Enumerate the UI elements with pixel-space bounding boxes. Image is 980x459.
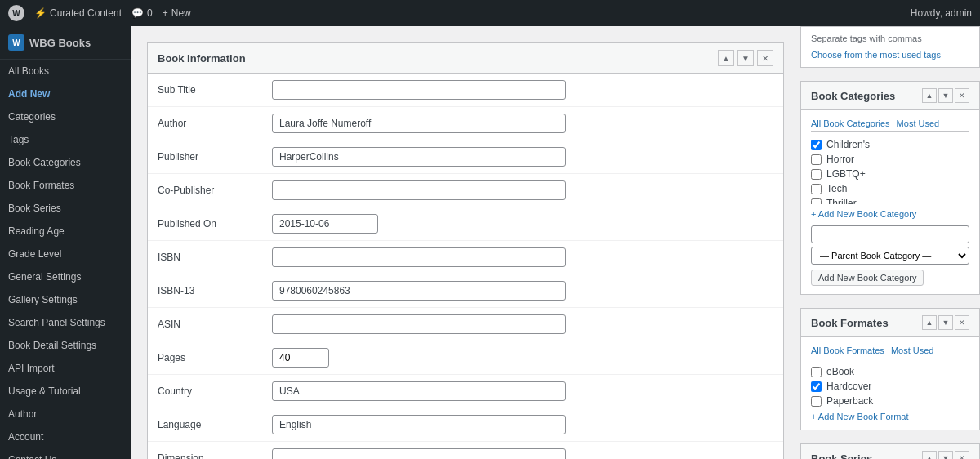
book-categories-close-btn[interactable]: ✕ — [955, 88, 969, 103]
input-author[interactable] — [272, 114, 566, 133]
book-series-down-btn[interactable]: ▼ — [938, 451, 953, 459]
panel-collapse-down-btn[interactable]: ▼ — [737, 50, 754, 66]
sidebar-item-book-series[interactable]: Book Series — [0, 197, 131, 220]
label-childrens: Children's — [826, 139, 870, 150]
sidebar-item-book-formates[interactable]: Book Formates — [0, 174, 131, 197]
sidebar-label: Book Detail Settings — [8, 340, 96, 351]
book-categories-up-btn[interactable]: ▲ — [922, 88, 937, 103]
checkbox-hardcover[interactable] — [811, 381, 822, 392]
book-formates-down-btn[interactable]: ▼ — [938, 315, 953, 330]
curated-content-icon: ⚡ — [34, 7, 47, 19]
book-categories-controls: ▲ ▼ ✕ — [922, 88, 969, 103]
comments-link[interactable]: 💬 0 — [131, 7, 153, 19]
sidebar-item-book-detail-settings[interactable]: Book Detail Settings — [0, 334, 131, 357]
sidebar-label: Categories — [8, 111, 56, 123]
field-dimension — [272, 448, 773, 459]
checkbox-lgbtq[interactable] — [811, 169, 822, 180]
book-formates-up-btn[interactable]: ▲ — [922, 315, 937, 330]
field-pages — [272, 348, 773, 368]
sidebar-label: Gallery Settings — [8, 294, 78, 305]
panel-body: Sub Title Author Publisher — [148, 74, 783, 459]
sidebar-label: Contact Us — [8, 454, 56, 459]
input-dimension[interactable] — [272, 448, 566, 459]
wp-logo[interactable]: W — [8, 5, 24, 21]
label-lgbtq: LGBTQ+ — [826, 168, 866, 180]
add-new-book-category-link[interactable]: + Add New Book Category — [811, 209, 969, 219]
book-categories-tabs: All Book Categories Most Used — [811, 118, 969, 132]
label-horror: Horror — [826, 154, 854, 165]
book-formates-close-btn[interactable]: ✕ — [955, 315, 969, 330]
label-co-publisher: Co-Publisher — [158, 185, 272, 196]
checkbox-paperback[interactable] — [811, 396, 822, 407]
input-publisher[interactable] — [272, 147, 566, 167]
sidebar-item-api-import[interactable]: API Import — [0, 357, 131, 380]
book-series-box: Book Series ▲ ▼ ✕ All Book Series Most U… — [800, 443, 980, 459]
input-pages[interactable] — [272, 348, 329, 368]
input-language[interactable] — [272, 415, 566, 434]
panel-controls: ▲ ▼ ✕ — [718, 50, 773, 66]
sidebar-label: Book Series — [8, 203, 61, 214]
tab-most-used-formates[interactable]: Most Used — [891, 345, 934, 355]
input-sub-title[interactable] — [272, 80, 566, 100]
form-row-published-on: Published On — [148, 207, 783, 241]
checkbox-ebook[interactable] — [811, 367, 822, 377]
panel-collapse-up-btn[interactable]: ▲ — [718, 50, 734, 66]
wbg-books-header[interactable]: W WBG Books — [0, 26, 131, 60]
sidebar-item-tags[interactable]: Tags — [0, 128, 131, 151]
sidebar-item-gallery-settings[interactable]: Gallery Settings — [0, 288, 131, 311]
add-new-book-format-link[interactable]: + Add New Book Format — [811, 412, 969, 421]
sidebar-item-contact-us[interactable]: Contact Us — [0, 448, 131, 459]
new-category-input[interactable] — [811, 225, 969, 243]
label-isbn13: ISBN-13 — [158, 285, 272, 296]
format-hardcover: Hardcover — [811, 381, 969, 392]
sidebar-item-usage-tutorial[interactable]: Usage & Tutorial — [0, 380, 131, 403]
label-paperback: Paperback — [826, 395, 873, 407]
tab-most-used-categories[interactable]: Most Used — [897, 118, 940, 128]
label-isbn: ISBN — [158, 252, 272, 263]
tab-all-book-formates[interactable]: All Book Formates — [811, 345, 884, 355]
field-sub-title — [272, 80, 773, 100]
panel-close-btn[interactable]: ✕ — [757, 50, 773, 66]
input-isbn[interactable] — [272, 247, 566, 267]
format-ebook: eBook — [811, 366, 969, 377]
sidebar-label: Search Panel Settings — [8, 317, 105, 328]
sidebar-item-general-settings[interactable]: General Settings — [0, 265, 131, 288]
field-published-on — [272, 214, 773, 234]
wbg-label: WBG Books — [29, 37, 91, 49]
sidebar-item-reading-age[interactable]: Reading Age — [0, 220, 131, 243]
checkbox-tech[interactable] — [811, 184, 822, 194]
book-series-close-btn[interactable]: ✕ — [955, 451, 969, 459]
label-tech: Tech — [826, 183, 847, 194]
sidebar-item-add-new[interactable]: Add New — [0, 82, 131, 105]
curated-content-link[interactable]: ⚡ Curated Content — [34, 7, 122, 19]
sidebar-item-account[interactable]: Account — [0, 426, 131, 448]
checkbox-thriller[interactable] — [811, 198, 822, 205]
checkbox-childrens[interactable] — [811, 140, 822, 150]
input-isbn13[interactable] — [272, 281, 566, 301]
book-categories-down-btn[interactable]: ▼ — [938, 88, 953, 103]
input-published-on[interactable] — [272, 214, 378, 234]
book-categories-header: Book Categories ▲ ▼ ✕ — [801, 82, 979, 110]
input-country[interactable] — [272, 381, 566, 401]
checkbox-horror[interactable] — [811, 154, 822, 165]
pages-spinner — [272, 348, 773, 368]
sidebar-item-book-categories[interactable]: Book Categories — [0, 151, 131, 174]
parent-category-select[interactable]: — Parent Book Category — — [811, 247, 969, 265]
sidebar-item-categories[interactable]: Categories — [0, 105, 131, 128]
new-link[interactable]: + New — [163, 7, 191, 19]
sidebar-item-grade-level[interactable]: Grade Level — [0, 243, 131, 265]
most-used-tags-link[interactable]: Choose from the most used tags — [811, 50, 941, 60]
tab-all-book-categories[interactable]: All Book Categories — [811, 118, 890, 128]
sidebar-item-all-books[interactable]: All Books — [0, 60, 131, 82]
field-language — [272, 415, 773, 434]
book-formates-box: Book Formates ▲ ▼ ✕ All Book Formates Mo… — [800, 308, 980, 430]
sidebar-item-author[interactable]: Author — [0, 403, 131, 426]
add-book-category-btn[interactable]: Add New Book Category — [811, 270, 924, 286]
form-row-sub-title: Sub Title — [148, 74, 783, 107]
sidebar-label: Author — [8, 408, 37, 420]
book-series-up-btn[interactable]: ▲ — [922, 451, 937, 459]
sidebar-item-search-panel-settings[interactable]: Search Panel Settings — [0, 311, 131, 334]
field-asin — [272, 314, 773, 334]
input-co-publisher[interactable] — [272, 180, 566, 200]
input-asin[interactable] — [272, 314, 566, 334]
